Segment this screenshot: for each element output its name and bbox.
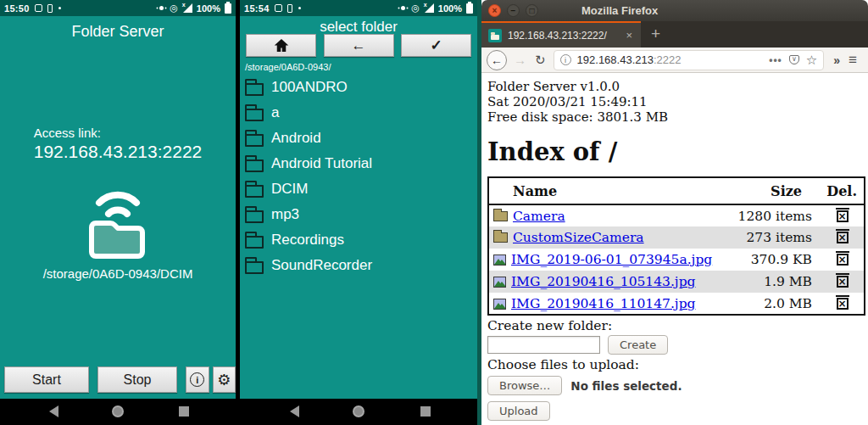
home-nav-icon[interactable] [353,405,364,417]
reload-button[interactable]: ↻ [535,53,546,68]
new-tab-button[interactable]: + [641,21,670,48]
file-name-cell: IMG_20190416_105143.jpg [488,271,731,293]
column-header-name: Name [488,177,731,204]
gear-icon: ⚙ [217,371,231,389]
column-header-size: Size [731,177,821,204]
file-size-cell: 273 items [731,226,821,249]
battery-percent: 100% [197,3,220,14]
browse-button[interactable]: Browse… [487,376,562,395]
clock: 15:54 [244,3,270,14]
browser-toolbar: ← → ↻ i 192.168.43.213:2222 ••• ∨ ☆ » ≡ [481,48,868,73]
active-tab[interactable]: 192.168.43.213:2222/ × [481,21,641,48]
folder-icon [493,211,508,221]
page-actions-icon[interactable]: ••• [769,54,782,66]
folder-list: 100ANDROaAndroidAndroid TutorialDCIMmp3R… [245,75,477,278]
home-icon [274,38,289,53]
file-link[interactable]: IMG_2019-06-01_073945a.jpg [511,252,712,267]
folder-server-app: 15:50 ◎ x 100% Folder Server Access link… [0,0,236,425]
file-table-body: Camera1280 itemsCustomSizeCamera273 item… [488,204,865,315]
folder-list-item[interactable]: SoundRecorder [245,253,477,278]
no-files-text: No files selected. [570,379,682,393]
folder-name: a [271,104,279,121]
up-folder-button[interactable]: ← [324,34,394,57]
bookmark-star-icon[interactable]: ☆ [806,53,817,68]
clock: 15:50 [4,3,30,14]
back-nav-icon[interactable] [290,405,299,417]
notification-icon [275,4,282,12]
shared-path: /storage/0A6D-0943/DCIM [0,266,236,281]
trash-icon[interactable] [837,232,849,243]
trash-icon[interactable] [837,254,849,266]
overflow-chevron-icon[interactable]: » [833,53,840,67]
file-name-cell: IMG_2019-06-01_073945a.jpg [488,249,731,271]
battery-icon [225,3,231,14]
site-info-icon[interactable]: i [560,54,571,65]
folder-icon [245,236,264,249]
folder-icon [245,185,264,198]
home-folder-button[interactable] [246,34,316,57]
file-delete-cell [821,226,865,249]
folder-icon [245,159,264,172]
window-close-button[interactable]: × [488,4,501,17]
menu-hamburger-icon[interactable]: ≡ [849,52,857,69]
home-nav-icon[interactable] [112,405,124,417]
upload-button[interactable]: Upload [487,401,550,421]
file-link[interactable]: CustomSizeCamera [513,230,644,245]
picker-title: select folder [240,19,477,36]
back-nav-icon[interactable] [49,405,58,417]
trash-icon[interactable] [837,276,849,288]
folder-icon [245,109,264,121]
trash-icon[interactable] [837,210,849,222]
create-folder-label: Create new folder: [487,318,861,333]
signal-icon: x [424,3,434,13]
recents-nav-icon[interactable] [179,406,189,417]
info-button[interactable]: i [186,366,209,393]
start-button[interactable]: Start [4,366,89,393]
folder-list-item[interactable]: a [245,100,477,126]
file-name-cell: CustomSizeCamera [488,226,731,249]
volume-icon [159,6,164,10]
stop-button[interactable]: Stop [97,366,177,393]
column-header-del: Del. [821,177,865,204]
file-size-cell: 1.9 MB [731,271,821,293]
file-table: Name Size Del. Camera1280 itemsCustomSiz… [487,176,865,316]
table-row: CustomSizeCamera273 items [488,226,865,249]
window-title: Mozilla Firefox [581,4,658,17]
trash-icon[interactable] [837,298,849,310]
url-bar[interactable]: i 192.168.43.213:2222 ••• ∨ ☆ [554,50,825,70]
confirm-folder-button[interactable]: ✓ [401,34,471,57]
back-button[interactable]: ← [487,50,507,70]
recents-nav-icon[interactable] [420,406,431,417]
device-notification-icon [287,4,292,13]
free-disk-space: Free disk space: 3801.3 MB [487,109,861,125]
tab-close-icon[interactable]: × [624,29,634,42]
file-link[interactable]: Camera [513,209,565,224]
folder-name: mp3 [271,206,299,223]
settings-button[interactable]: ⚙ [213,366,236,393]
pocket-icon[interactable]: ∨ [789,55,799,64]
image-icon [493,277,506,288]
folder-list-item[interactable]: 100ANDRO [245,75,477,100]
notification-icon [35,4,42,12]
folder-list-item[interactable]: Recordings [245,227,477,253]
folder-list-item[interactable]: Android [245,126,477,151]
folder-list-item[interactable]: Android Tutorial [245,151,477,176]
battery-icon [466,3,473,14]
window-maximize-button[interactable]: □ [526,4,538,17]
notification-dot-icon [58,7,61,9]
file-link[interactable]: IMG_20190416_105143.jpg [511,274,696,289]
window-minimize-button[interactable]: − [507,4,520,17]
page-content: Folder Server v1.0.0 Sat 2020/03/21 15:4… [481,74,868,425]
status-bar-mid: 15:54 ◎ x 100% [240,0,477,16]
table-header-row: Name Size Del. [488,177,865,204]
folder-list-item[interactable]: mp3 [245,202,477,227]
new-folder-input[interactable] [487,336,600,354]
forward-button[interactable]: → [514,53,526,67]
table-row: Camera1280 items [488,204,865,226]
create-button[interactable]: Create [608,335,668,355]
table-row: IMG_20190416_110147.jpg2.0 MB [488,293,865,315]
folder-list-item[interactable]: DCIM [245,176,477,202]
file-link[interactable]: IMG_20190416_110147.jpg [511,296,696,311]
check-icon: ✓ [430,36,442,54]
file-delete-cell [821,204,865,226]
